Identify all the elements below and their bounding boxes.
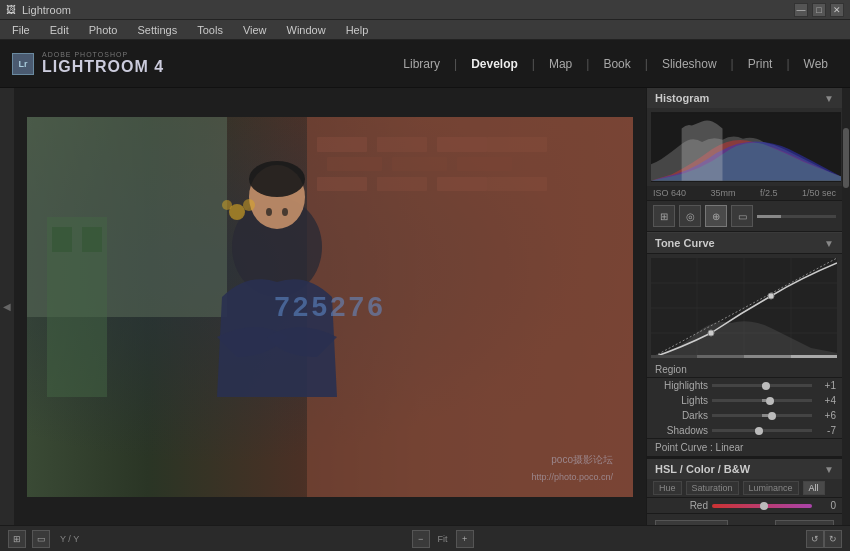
svg-point-34 [768,293,774,299]
hue-red-value: 0 [816,500,836,511]
scroll-thumb[interactable] [843,128,849,188]
logo-area: Lr ADOBE PHOTOSHOP LIGHTROOM 4 [12,51,164,76]
shadows-label: Shadows [653,425,708,436]
hue-red-track[interactable] [712,504,812,508]
zoom-fit-btn[interactable]: Fit [434,534,452,544]
svg-rect-12 [487,177,547,191]
darks-value: +6 [816,410,836,421]
close-button[interactable]: ✕ [830,3,844,17]
shadows-thumb[interactable] [755,427,763,435]
hsl-section: HSL / Color / B&W ▼ Hue Saturation Lumin… [647,457,842,514]
svg-rect-2 [317,137,367,152]
hsl-all-tab[interactable]: All [803,481,825,495]
hsl-hue-tab[interactable]: Hue [653,481,682,495]
zoom-out-btn[interactable]: − [412,530,430,548]
crop-tool[interactable]: ⊞ [653,205,675,227]
darks-row: Darks +6 [647,408,842,423]
watermark-url: http://photo.poco.cn/ [531,472,613,482]
previous-button[interactable]: Previous [655,520,728,525]
tab-develop[interactable]: Develop [461,53,528,75]
tab-slideshow[interactable]: Slideshow [652,53,727,75]
tone-curve-collapse-icon: ▼ [824,238,834,249]
iso-value: ISO 640 [653,188,686,198]
grad-filter-tool[interactable]: ▭ [731,205,753,227]
menu-settings[interactable]: Settings [133,22,181,38]
minimize-button[interactable]: — [794,3,808,17]
svg-rect-20 [82,227,102,252]
lights-label: Lights [653,395,708,406]
lights-thumb[interactable] [766,397,774,405]
menu-file[interactable]: File [8,22,34,38]
hue-red-thumb[interactable] [760,502,768,510]
shadows-track[interactable] [712,429,812,432]
svg-rect-5 [487,137,547,152]
tab-print[interactable]: Print [738,53,783,75]
tab-book[interactable]: Book [593,53,640,75]
xy-indicator: Y / Y [60,534,79,544]
menu-window[interactable]: Window [283,22,330,38]
title-bar-controls: — □ ✕ [794,3,844,17]
focal-value: 35mm [711,188,736,198]
left-panel-arrow-icon: ◀ [3,301,11,312]
highlights-thumb[interactable] [762,382,770,390]
darks-label: Darks [653,410,708,421]
svg-rect-37 [744,355,791,358]
hsl-saturation-tab[interactable]: Saturation [686,481,739,495]
histogram-header[interactable]: Histogram ▼ [647,88,842,108]
hue-red-label: Red [653,500,708,511]
darks-track[interactable] [712,414,812,417]
redeye-tool[interactable]: ⊕ [705,205,727,227]
highlights-label: Highlights [653,380,708,391]
nav-tabs: Library | Develop | Map | Book | Slidesh… [393,53,838,75]
grid-view-btn[interactable]: ⊞ [8,530,26,548]
hue-red-row: Red 0 [647,498,842,513]
menu-bar: File Edit Photo Settings Tools View Wind… [0,20,850,40]
highlights-value: +1 [816,380,836,391]
maximize-button[interactable]: □ [812,3,826,17]
menu-edit[interactable]: Edit [46,22,73,38]
rotate-right-btn[interactable]: ↻ [824,530,842,548]
darks-thumb[interactable] [768,412,776,420]
svg-rect-35 [651,355,697,358]
lr-badge: Lr [12,53,34,75]
tone-curve-header[interactable]: Tone Curve ▼ [647,232,842,254]
highlights-track[interactable] [712,384,812,387]
rotate-left-btn[interactable]: ↺ [806,530,824,548]
title-bar: 🖼 Lightroom — □ ✕ [0,0,850,20]
right-scrollbar[interactable] [842,88,850,525]
point-curve-label: Point Curve : Linear [655,442,743,453]
header: Lr ADOBE PHOTOSHOP LIGHTROOM 4 Library |… [0,40,850,88]
hsl-header[interactable]: HSL / Color / B&W ▼ [647,457,842,479]
zoom-in-btn[interactable]: + [456,530,474,548]
menu-photo[interactable]: Photo [85,22,122,38]
tab-web[interactable]: Web [794,53,838,75]
hsl-title: HSL / Color / B&W [655,463,750,475]
watermark-site: poco摄影论坛 [551,453,613,467]
svg-rect-4 [437,137,487,152]
lights-track[interactable] [712,399,812,402]
lights-value: +4 [816,395,836,406]
svg-rect-6 [327,157,382,171]
tone-curve-section: Tone Curve ▼ [647,232,842,457]
menu-view[interactable]: View [239,22,271,38]
camera-info: ISO 640 35mm f/2.5 1/50 sec [647,186,842,200]
left-panel-toggle[interactable]: ◀ [0,88,14,525]
tab-library[interactable]: Library [393,53,450,75]
logo-text: ADOBE PHOTOSHOP LIGHTROOM 4 [42,51,164,76]
hsl-luminance-tab[interactable]: Luminance [743,481,799,495]
bottom-right: ↺ ↻ [806,530,842,548]
menu-help[interactable]: Help [342,22,373,38]
menu-tools[interactable]: Tools [193,22,227,38]
highlights-row: Highlights +1 [647,378,842,393]
tools-slider-track[interactable] [757,215,836,218]
svg-rect-9 [317,177,367,191]
photo-area: 725276 poco摄影论坛 http://photo.poco.cn/ [14,88,646,525]
hsl-sub-tabs: Hue Saturation Luminance All [647,479,842,498]
reset-button[interactable]: Reset [775,520,834,525]
tab-map[interactable]: Map [539,53,582,75]
title-bar-title: Lightroom [22,4,71,16]
compare-view-btn[interactable]: ▭ [32,530,50,548]
tools-slider-fill [757,215,781,218]
spot-remove-tool[interactable]: ◎ [679,205,701,227]
title-bar-left: 🖼 Lightroom [6,4,71,16]
